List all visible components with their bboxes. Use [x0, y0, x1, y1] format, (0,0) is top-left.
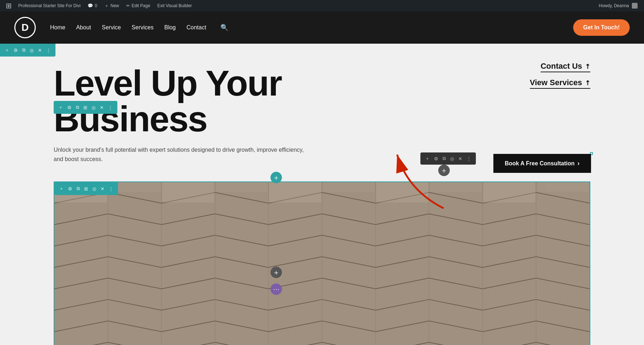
module-toolbar[interactable]: ＋ ⚙ ⧉ ◎ ✕ ⋮ — [420, 152, 476, 165]
section-more-icon[interactable]: ⋮ — [44, 46, 53, 54]
nav-contact[interactable]: Contact — [186, 24, 206, 31]
consultation-arrow-icon: › — [577, 160, 580, 167]
module-delete-icon[interactable]: ✕ — [457, 155, 464, 163]
row-duplicate-icon[interactable]: ⧉ — [74, 103, 81, 112]
svg-rect-15 — [269, 182, 321, 203]
nav-home[interactable]: Home — [50, 24, 65, 31]
image-more-icon[interactable]: ⋮ — [107, 185, 115, 193]
section-delete-icon[interactable]: ✕ — [36, 46, 44, 54]
comments-link[interactable]: 💬 0 — [84, 0, 101, 11]
comment-count: 0 — [95, 3, 97, 8]
main-nav: Home About Service Services Blog Contact… — [50, 24, 573, 31]
image-duplicate-icon[interactable]: ⧉ — [75, 184, 82, 193]
pencil-icon: ✏ — [126, 3, 130, 8]
module-disable-icon[interactable]: ◎ — [448, 155, 456, 163]
exit-builder-link[interactable]: Exit Visual Builder — [154, 0, 196, 11]
new-label: New — [111, 3, 119, 8]
admin-bar-right: Howdy, Deanna — [599, 3, 641, 9]
hero-image-section: ＋ ⚙ ⧉ ⊞ ◎ ✕ ⋮ — [54, 181, 590, 345]
search-icon[interactable]: 🔍 — [220, 24, 228, 31]
hero-subtext: Unlock your brand's full potential with … — [54, 145, 304, 164]
svg-rect-14 — [216, 182, 268, 192]
row-settings-icon[interactable]: ⚙ — [65, 103, 73, 112]
section-toolbar[interactable]: ＋ ⚙ ⧉ ◎ ✕ ⋮ — [0, 44, 55, 57]
plus-icon: ＋ — [273, 268, 280, 277]
svg-rect-17 — [376, 182, 429, 203]
image-columns-icon[interactable]: ⊞ — [82, 185, 90, 193]
svg-rect-19 — [483, 182, 536, 203]
plus-icon: ＋ — [273, 173, 280, 183]
site-header: D Home About Service Services Blog Conta… — [0, 11, 644, 44]
site-logo[interactable]: D — [14, 17, 36, 38]
admin-bar: ⊞ Professional Starter Site For Divi 💬 0… — [0, 0, 644, 11]
row-delete-icon[interactable]: ✕ — [98, 103, 106, 112]
image-add-icon[interactable]: ＋ — [57, 184, 65, 193]
svg-rect-16 — [323, 182, 375, 192]
main-content: ＋ ⚙ ⧉ ◎ ✕ ⋮ ＋ ⚙ ⧉ ⊞ ◎ ✕ ⋮ Level Up Your … — [0, 44, 644, 345]
edit-page-link[interactable]: ✏ Edit Page — [123, 0, 154, 11]
consultation-button-wrapper: Book A Free Consultation › — [493, 154, 591, 173]
module-settings-icon[interactable]: ⚙ — [432, 155, 440, 163]
section-duplicate-icon[interactable]: ⧉ — [20, 46, 27, 54]
hero-right-links: Contact Us ↗ View Services ↗ — [530, 62, 590, 89]
logo-letter: D — [21, 22, 29, 33]
module-duplicate-icon[interactable]: ⧉ — [441, 154, 448, 163]
view-services-link[interactable]: View Services ↗ — [530, 78, 590, 89]
svg-rect-18 — [430, 182, 482, 192]
section-disable-icon[interactable]: ◎ — [28, 46, 35, 54]
get-in-touch-button[interactable]: Get In Touch! — [573, 19, 630, 36]
svg-rect-20 — [537, 182, 589, 192]
row-add-icon[interactable]: ＋ — [57, 103, 65, 112]
contact-us-link[interactable]: Contact Us ↗ — [541, 62, 590, 72]
section-settings-icon[interactable]: ⚙ — [12, 46, 20, 54]
nav-about[interactable]: About — [76, 24, 91, 31]
nav-blog[interactable]: Blog — [164, 24, 176, 31]
add-module-button-right[interactable]: ＋ — [438, 165, 450, 176]
wp-logo-icon[interactable]: ⊞ — [3, 1, 15, 10]
row-disable-icon[interactable]: ◎ — [90, 103, 97, 112]
site-title: Professional Starter Site For Divi — [18, 3, 80, 8]
new-content-link[interactable]: ＋ New — [101, 0, 123, 11]
exit-builder-label: Exit Visual Builder — [157, 3, 192, 8]
add-module-button-image[interactable]: ＋ — [270, 267, 282, 278]
nav-services[interactable]: Services — [132, 24, 153, 31]
image-disable-icon[interactable]: ◎ — [91, 185, 98, 193]
comment-icon: 💬 — [88, 3, 93, 8]
plus-icon: ＋ — [440, 166, 448, 175]
edit-page-label: Edit Page — [132, 3, 150, 8]
svg-rect-13 — [162, 182, 214, 203]
consultation-button[interactable]: Book A Free Consultation › — [493, 154, 591, 173]
user-avatar — [632, 3, 638, 9]
building-image-svg — [54, 182, 590, 345]
purple-more-button[interactable]: ⋯ — [270, 283, 282, 295]
image-settings-icon[interactable]: ⚙ — [66, 185, 74, 193]
howdy-text: Howdy, Deanna — [599, 3, 629, 8]
hero-section: ＋ ⚙ ⧉ ⊞ ◎ ✕ ⋮ Level Up Your Business Unl… — [0, 44, 644, 189]
hero-headline: Level Up Your Business — [54, 65, 590, 137]
module-add-icon[interactable]: ＋ — [423, 154, 431, 163]
nav-service[interactable]: Service — [102, 24, 121, 31]
add-section-button-mid[interactable]: ＋ — [270, 172, 282, 183]
services-arrow-icon: ↗ — [583, 78, 592, 87]
contact-arrow-icon: ↗ — [583, 62, 592, 71]
ellipsis-icon: ⋯ — [273, 285, 279, 293]
image-row-toolbar[interactable]: ＋ ⚙ ⧉ ⊞ ◎ ✕ ⋮ — [54, 182, 118, 195]
row-columns-icon[interactable]: ⊞ — [82, 103, 89, 112]
site-name-link[interactable]: Professional Starter Site For Divi — [15, 0, 84, 11]
module-more-icon[interactable]: ⋮ — [465, 155, 473, 163]
image-delete-icon[interactable]: ✕ — [99, 185, 106, 193]
row-more-icon[interactable]: ⋮ — [106, 103, 114, 112]
row-toolbar[interactable]: ＋ ⚙ ⧉ ⊞ ◎ ✕ ⋮ — [54, 101, 117, 114]
section-add-icon[interactable]: ＋ — [3, 45, 11, 55]
plus-icon: ＋ — [104, 3, 109, 9]
